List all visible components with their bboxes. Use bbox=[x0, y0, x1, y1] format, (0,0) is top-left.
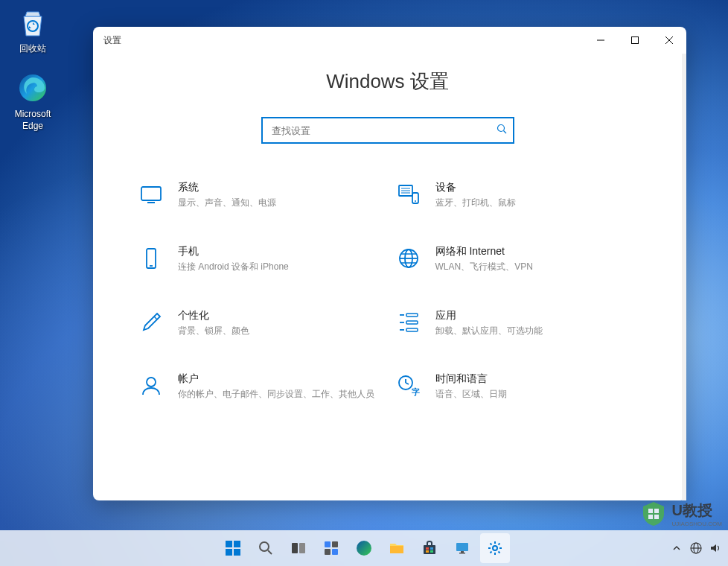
setting-title: 应用 bbox=[435, 309, 638, 322]
settings-content: Windows 设置 系统 显示、声音、通知、电源 设备 蓝牙、打印机、鼠标 手… bbox=[93, 54, 686, 500]
watermark-icon bbox=[640, 500, 667, 527]
svg-rect-8 bbox=[141, 187, 161, 200]
devices-icon bbox=[395, 181, 422, 208]
setting-desc: WLAN、飞行模式、VPN bbox=[435, 261, 638, 273]
setting-text: 系统 显示、声音、通知、电源 bbox=[178, 181, 380, 209]
setting-desc: 连接 Android 设备和 iPhone bbox=[178, 261, 380, 273]
svg-point-61 bbox=[493, 546, 497, 550]
svg-rect-36 bbox=[654, 509, 659, 513]
svg-rect-25 bbox=[406, 314, 418, 317]
personalization-icon bbox=[138, 309, 165, 336]
setting-title: 手机 bbox=[178, 245, 380, 258]
search-taskbar-button[interactable] bbox=[251, 533, 281, 563]
system-icon bbox=[138, 181, 165, 208]
setting-item-accounts[interactable]: 帐户 你的帐户、电子邮件、同步设置、工作、其他人员 bbox=[138, 372, 380, 401]
settings-window: 设置 Windows 设置 系统 显示、声音、通知、电源 设备 蓝牙、打印机、鼠… bbox=[93, 27, 686, 500]
settings-taskbar-button[interactable] bbox=[480, 533, 510, 563]
setting-title: 时间和语言 bbox=[435, 372, 638, 386]
svg-rect-55 bbox=[430, 547, 433, 550]
svg-rect-52 bbox=[390, 546, 403, 553]
task-view-button[interactable] bbox=[284, 533, 313, 563]
svg-rect-45 bbox=[292, 543, 298, 553]
svg-line-33 bbox=[406, 383, 409, 384]
setting-item-devices[interactable]: 设备 蓝牙、打印机、鼠标 bbox=[395, 181, 638, 209]
svg-rect-50 bbox=[332, 549, 338, 555]
recycle-bin-desktop-icon[interactable]: 回收站 bbox=[4, 4, 61, 55]
accounts-icon bbox=[138, 372, 165, 399]
setting-text: 个性化 背景、锁屏、颜色 bbox=[178, 309, 380, 337]
svg-rect-58 bbox=[456, 543, 468, 551]
setting-text: 帐户 你的帐户、电子邮件、同步设置、工作、其他人员 bbox=[178, 372, 380, 401]
svg-rect-40 bbox=[234, 541, 240, 547]
svg-point-15 bbox=[415, 200, 416, 202]
system-tray[interactable] bbox=[670, 541, 722, 555]
setting-text: 网络和 Internet WLAN、飞行模式、VPN bbox=[435, 245, 638, 273]
setting-title: 个性化 bbox=[178, 309, 380, 322]
page-title: Windows 设置 bbox=[93, 69, 682, 95]
setting-desc: 蓝牙、打印机、鼠标 bbox=[435, 197, 638, 209]
svg-line-23 bbox=[154, 317, 157, 319]
edge-icon bbox=[15, 70, 51, 106]
minimize-button[interactable] bbox=[584, 27, 618, 54]
setting-text: 设备 蓝牙、打印机、鼠标 bbox=[435, 181, 638, 209]
svg-rect-27 bbox=[406, 321, 418, 324]
explorer-taskbar-button[interactable] bbox=[382, 533, 412, 563]
setting-item-apps[interactable]: 应用 卸载、默认应用、可选功能 bbox=[395, 309, 638, 337]
svg-rect-29 bbox=[406, 328, 418, 331]
setting-title: 系统 bbox=[178, 181, 380, 194]
setting-item-personalization[interactable]: 个性化 背景、锁屏、颜色 bbox=[138, 309, 380, 337]
phone-icon bbox=[138, 245, 165, 272]
svg-rect-38 bbox=[654, 515, 659, 519]
close-button[interactable] bbox=[652, 27, 686, 54]
svg-point-43 bbox=[260, 542, 269, 551]
search-container bbox=[261, 117, 514, 144]
setting-item-phone[interactable]: 手机 连接 Android 设备和 iPhone bbox=[138, 245, 380, 273]
store-taskbar-button[interactable] bbox=[415, 533, 444, 563]
svg-rect-3 bbox=[632, 37, 639, 44]
chevron-up-icon[interactable] bbox=[670, 541, 683, 555]
setting-title: 帐户 bbox=[178, 372, 380, 386]
start-button[interactable] bbox=[218, 533, 248, 563]
svg-line-7 bbox=[503, 131, 506, 134]
search-input[interactable] bbox=[261, 117, 514, 144]
monitor-taskbar-button[interactable] bbox=[447, 533, 477, 563]
setting-item-system[interactable]: 系统 显示、声音、通知、电源 bbox=[138, 181, 380, 209]
svg-rect-42 bbox=[234, 549, 240, 556]
network-tray-icon[interactable] bbox=[689, 541, 703, 555]
setting-text: 时间和语言 语音、区域、日期 bbox=[435, 372, 638, 401]
window-controls bbox=[584, 27, 686, 54]
setting-desc: 显示、声音、通知、电源 bbox=[178, 197, 380, 209]
edge-desktop-icon[interactable]: Microsoft Edge bbox=[4, 70, 61, 132]
svg-rect-47 bbox=[325, 541, 331, 547]
svg-rect-9 bbox=[147, 202, 155, 203]
titlebar: 设置 bbox=[93, 27, 686, 54]
setting-desc: 背景、锁屏、颜色 bbox=[178, 325, 380, 337]
svg-rect-28 bbox=[400, 329, 404, 331]
edge-label: Microsoft Edge bbox=[4, 109, 61, 132]
volume-tray-icon[interactable] bbox=[709, 541, 722, 555]
widgets-button[interactable] bbox=[316, 533, 346, 563]
setting-item-time[interactable]: 字 时间和语言 语音、区域、日期 bbox=[395, 372, 638, 401]
settings-grid: 系统 显示、声音、通知、电源 设备 蓝牙、打印机、鼠标 手机 连接 Androi… bbox=[93, 181, 682, 423]
svg-rect-49 bbox=[325, 549, 331, 555]
svg-rect-26 bbox=[400, 322, 404, 323]
recycle-bin-icon bbox=[15, 4, 51, 40]
edge-taskbar-button[interactable] bbox=[349, 533, 379, 563]
svg-rect-24 bbox=[400, 314, 404, 316]
setting-title: 网络和 Internet bbox=[435, 245, 638, 258]
setting-title: 设备 bbox=[435, 181, 638, 194]
svg-rect-35 bbox=[648, 509, 653, 513]
maximize-button[interactable] bbox=[618, 27, 652, 54]
watermark-brand: U教授 bbox=[671, 500, 722, 521]
svg-rect-41 bbox=[226, 549, 232, 556]
taskbar bbox=[0, 530, 728, 566]
setting-item-network[interactable]: 网络和 Internet WLAN、飞行模式、VPN bbox=[395, 245, 638, 273]
svg-rect-37 bbox=[648, 515, 653, 519]
svg-point-51 bbox=[357, 541, 371, 556]
watermark-url: UJIAOSHOU.COM bbox=[671, 521, 722, 527]
svg-line-44 bbox=[268, 550, 272, 554]
svg-rect-39 bbox=[226, 541, 232, 547]
svg-rect-54 bbox=[426, 547, 429, 550]
time-icon: 字 bbox=[395, 372, 422, 399]
svg-rect-56 bbox=[426, 550, 429, 553]
